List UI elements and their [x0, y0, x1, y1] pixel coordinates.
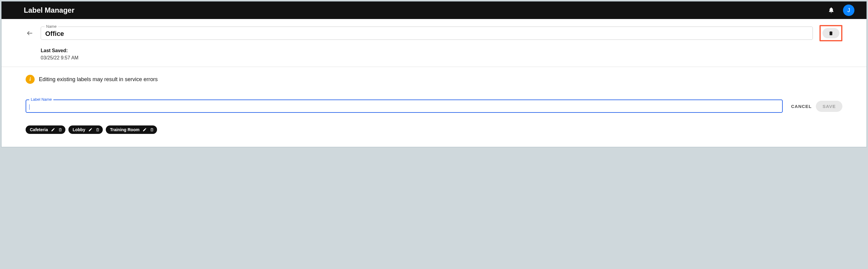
chip-delete-button[interactable]	[150, 127, 154, 132]
chip-delete-button[interactable]	[58, 127, 62, 132]
chip-edit-button[interactable]	[51, 127, 55, 132]
name-input[interactable]	[45, 30, 808, 38]
chip-label: Lobby	[73, 127, 85, 132]
trash-icon	[828, 30, 834, 36]
label-edit-section: i Editing existing labels may result in …	[1, 67, 867, 140]
label-chip: Cafeteria	[26, 125, 65, 134]
last-saved-label: Last Saved:	[41, 48, 842, 53]
pencil-icon	[88, 127, 93, 132]
label-header-section: Name Last Saved: 03/25/22 9:57 AM	[1, 19, 867, 67]
notifications-icon[interactable]	[828, 7, 835, 13]
svg-rect-6	[96, 129, 98, 131]
header-actions: J	[828, 4, 855, 16]
pencil-icon	[51, 127, 55, 132]
svg-rect-11	[151, 129, 153, 131]
delete-highlight	[819, 25, 842, 41]
text-caret	[29, 104, 30, 110]
label-name-label: Label Name	[29, 97, 53, 101]
app-header: Label Manager J	[1, 1, 867, 19]
trash-icon	[150, 127, 154, 132]
pencil-icon	[143, 127, 147, 132]
label-chips: Cafeteria Lobby Training Room	[26, 125, 842, 134]
info-icon: i	[26, 75, 35, 84]
label-name-field[interactable]: Label Name	[26, 99, 783, 113]
info-text: Editing existing labels may result in se…	[39, 76, 158, 83]
label-chip: Lobby	[68, 125, 103, 134]
chip-label: Cafeteria	[30, 127, 48, 132]
chip-label: Training Room	[110, 127, 140, 132]
page-title: Label Manager	[24, 6, 74, 14]
trash-icon	[96, 127, 100, 132]
delete-button[interactable]	[823, 28, 839, 38]
cancel-button[interactable]: CANCEL	[791, 104, 812, 109]
back-button[interactable]	[26, 29, 34, 37]
label-chip: Training Room	[106, 125, 157, 134]
avatar[interactable]: J	[843, 4, 855, 16]
last-saved: Last Saved: 03/25/22 9:57 AM	[41, 48, 842, 61]
chip-delete-button[interactable]	[96, 127, 100, 132]
app-window: Label Manager J Name Last Saved:	[1, 1, 867, 147]
arrow-left-icon	[26, 30, 33, 37]
svg-rect-1	[59, 129, 61, 131]
title-row: Name	[26, 25, 842, 41]
save-button[interactable]: SAVE	[816, 101, 842, 112]
last-saved-value: 03/25/22 9:57 AM	[41, 55, 842, 61]
name-field-label: Name	[44, 24, 58, 29]
label-name-input[interactable]	[29, 104, 779, 109]
form-actions: CANCEL SAVE	[791, 101, 842, 112]
chip-edit-button[interactable]	[88, 127, 93, 132]
label-name-row: Label Name CANCEL SAVE	[26, 99, 842, 113]
name-field[interactable]: Name	[41, 27, 813, 40]
trash-icon	[58, 127, 62, 132]
info-banner: i Editing existing labels may result in …	[26, 75, 842, 84]
chip-edit-button[interactable]	[143, 127, 147, 132]
